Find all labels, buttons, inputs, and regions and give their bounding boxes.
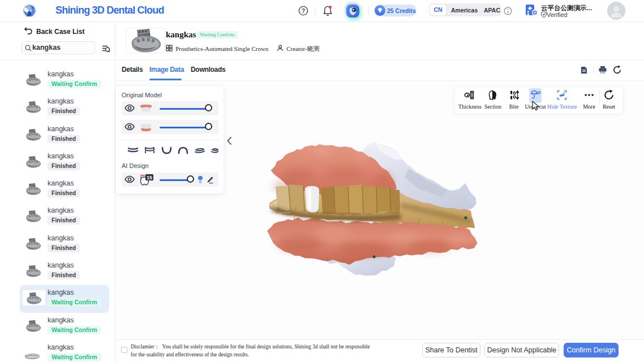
svg-text:15: 15: [147, 175, 152, 180]
svg-text:?: ?: [302, 8, 305, 14]
